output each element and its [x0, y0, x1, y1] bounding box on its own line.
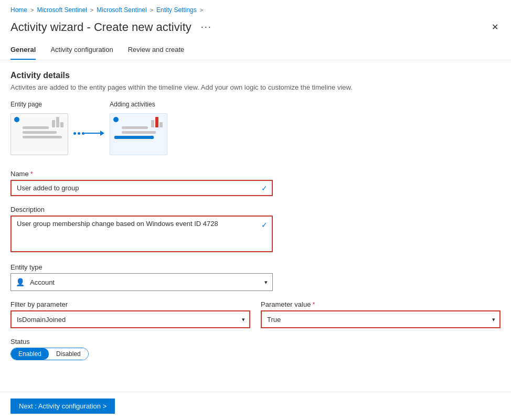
- more-options-icon[interactable]: ···: [198, 20, 215, 34]
- filter-by-param-select[interactable]: IsDomainJoined: [10, 310, 250, 328]
- breadcrumb-entity-settings[interactable]: Entity Settings: [156, 6, 197, 14]
- breadcrumb: Home > Microsoft Sentinel > Microsoft Se…: [0, 0, 511, 18]
- tab-activity-configuration[interactable]: Activity configuration: [50, 40, 113, 60]
- status-disabled-button[interactable]: Disabled: [49, 348, 88, 360]
- filter-by-param-label: Filter by parameter: [10, 300, 250, 308]
- filter-row: Filter by parameter IsDomainJoined ▾ Par…: [10, 300, 501, 328]
- entity-type-label: Entity type: [10, 263, 501, 271]
- description-textarea-wrapper: User group membership change based on Wi…: [10, 216, 273, 254]
- entity-type-select-wrapper: 👤 Account ▾: [10, 273, 273, 291]
- parameter-value-select[interactable]: True: [261, 310, 501, 328]
- activity-details-section: Activity details Activites are added to …: [10, 71, 501, 155]
- parameter-value-label: Parameter value *: [261, 300, 501, 308]
- account-icon: 👤: [16, 278, 25, 286]
- diagram-arrow: [68, 131, 110, 136]
- entity-page-card: [10, 113, 68, 155]
- tab-review-and-create[interactable]: Review and create: [128, 40, 185, 60]
- description-textarea[interactable]: User group membership change based on Wi…: [10, 216, 273, 252]
- name-input-wrapper: ✓: [10, 180, 273, 196]
- name-check-icon: ✓: [261, 184, 268, 192]
- parameter-value-group: Parameter value * True ▾: [261, 300, 501, 328]
- close-button[interactable]: ✕: [489, 20, 501, 34]
- breadcrumb-sentinel-1[interactable]: Microsoft Sentinel: [37, 6, 87, 14]
- tab-bar: General Activity configuration Review an…: [0, 40, 511, 60]
- entity-page-label: Entity page: [10, 101, 42, 108]
- status-enabled-button[interactable]: Enabled: [11, 348, 49, 360]
- activity-details-title: Activity details: [10, 71, 501, 80]
- footer: Next : Activity configuration >: [0, 392, 511, 420]
- description-field-group: Description User group membership change…: [10, 206, 501, 254]
- name-field-group: Name * ✓: [10, 170, 501, 196]
- description-label: Description: [10, 206, 501, 213]
- next-activity-configuration-button[interactable]: Next : Activity configuration >: [10, 399, 115, 414]
- adding-activities-label: Adding activities: [110, 101, 155, 108]
- status-section: Status Enabled Disabled: [10, 338, 501, 360]
- status-label: Status: [10, 338, 501, 346]
- status-toggle: Enabled Disabled: [10, 348, 89, 360]
- description-check-icon: ✓: [261, 221, 268, 229]
- entity-type-field-group: Entity type 👤 Account ▾: [10, 263, 501, 291]
- tab-general[interactable]: General: [10, 40, 36, 60]
- parameter-value-wrapper: True ▾: [261, 310, 501, 328]
- name-input[interactable]: [10, 180, 273, 196]
- adding-activities-card: [110, 113, 167, 155]
- entity-type-select[interactable]: Account: [10, 273, 273, 291]
- filter-by-param-wrapper: IsDomainJoined ▾: [10, 310, 250, 328]
- diagram: Entity page: [10, 101, 501, 155]
- activity-details-description: Activites are added to the entity pages …: [10, 83, 501, 91]
- page-title: Activity wizard - Create new activity: [10, 20, 191, 34]
- breadcrumb-home[interactable]: Home: [10, 6, 27, 14]
- breadcrumb-sentinel-2[interactable]: Microsoft Sentinel: [97, 6, 146, 14]
- filter-by-param-group: Filter by parameter IsDomainJoined ▾: [10, 300, 250, 328]
- name-label: Name *: [10, 170, 501, 178]
